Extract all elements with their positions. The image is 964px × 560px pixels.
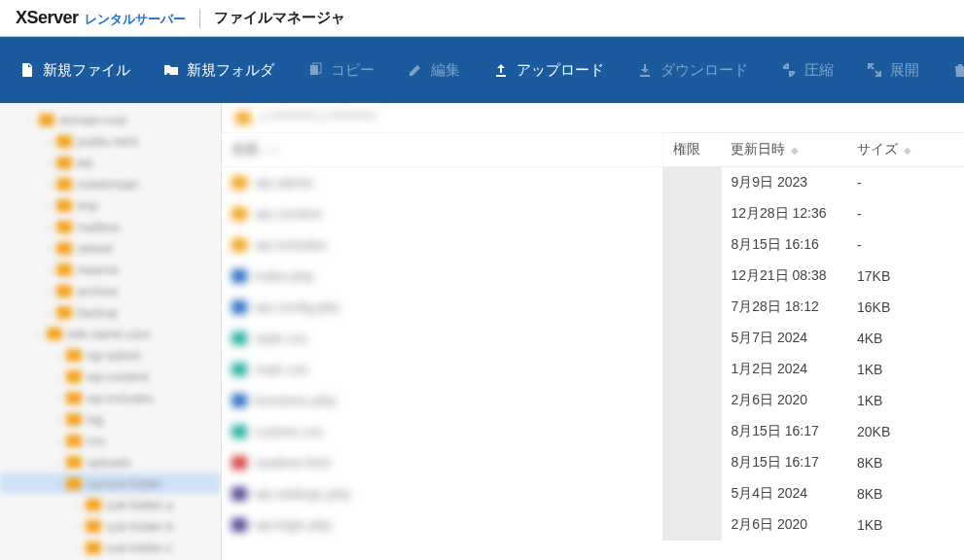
cell-size: 17KB — [847, 261, 964, 292]
delete-button[interactable]: 削除 — [952, 61, 964, 80]
table-row[interactable]: style.css5月7日 20244KB — [222, 323, 964, 354]
tree-toggle-icon[interactable]: – — [74, 521, 84, 532]
tree-item[interactable]: –wp-content — [0, 366, 221, 387]
table-row[interactable]: wp-login.php2月6日 20201KB — [222, 509, 964, 541]
tree-item[interactable]: –subdomain — [0, 173, 221, 194]
table-row[interactable]: wp-admin9月9日 2023- — [222, 167, 964, 199]
tree-item-label: domain-root — [59, 113, 126, 127]
new-file-button[interactable]: 新規ファイル — [19, 61, 130, 80]
cell-name[interactable]: readme.html — [222, 447, 662, 478]
tree-toggle-icon[interactable]: – — [54, 478, 64, 489]
tree-toggle-icon[interactable]: – — [45, 243, 54, 254]
cell-date: 12月28日 12:36 — [721, 198, 847, 229]
file-name-label: style.css — [255, 331, 307, 346]
tree-toggle-icon[interactable]: – — [45, 264, 54, 275]
tree-toggle-icon[interactable]: – — [45, 222, 54, 232]
content-panel: / ********* / ********* 名前▲▼ 権限 更新日時 ◆ サ… — [222, 103, 964, 560]
cell-date: 2月6日 2020 — [721, 385, 847, 416]
table-row[interactable]: wp-content12月28日 12:36- — [222, 198, 964, 229]
cell-date: 2月6日 2020 — [721, 509, 847, 541]
tree-item[interactable]: –tmp — [0, 194, 221, 216]
tree-item[interactable]: –sub-folder-b — [0, 515, 221, 537]
tree-item-label: reserve — [77, 262, 119, 277]
tree-toggle-icon[interactable]: – — [54, 414, 64, 425]
tree-item[interactable]: –current-folder — [0, 472, 221, 494]
cell-name[interactable]: wp-config.php — [222, 292, 662, 323]
folder-icon — [66, 392, 82, 404]
tree-toggle-icon[interactable]: – — [45, 307, 54, 318]
upload-button[interactable]: アップロード — [493, 61, 604, 80]
sort-icon: ▲▼ — [262, 145, 281, 156]
tree-toggle-icon[interactable]: – — [74, 542, 84, 553]
tree-item[interactable]: –wp-admin — [0, 344, 221, 366]
cell-name[interactable]: index.php — [222, 261, 662, 292]
table-row[interactable]: functions.php2月6日 20201KB — [222, 385, 964, 416]
download-button[interactable]: ダウンロード — [637, 61, 748, 80]
tree-toggle-icon[interactable]: – — [27, 115, 37, 125]
table-row[interactable]: index.php12月21日 08:3817KB — [222, 261, 964, 292]
cell-date: 8月15日 16:17 — [721, 447, 847, 478]
tree-item[interactable]: –uploads — [0, 451, 221, 472]
tree-toggle-icon[interactable]: – — [35, 329, 45, 339]
table-row[interactable]: wp-settings.php5月4日 20248KB — [222, 478, 964, 509]
table-row[interactable]: main.css1月2日 20241KB — [222, 354, 964, 385]
cell-name[interactable]: functions.php — [222, 385, 662, 416]
tree-toggle-icon[interactable]: – — [45, 200, 54, 211]
cell-name[interactable]: style.css — [222, 323, 662, 354]
tree-item[interactable]: –retired — [0, 237, 221, 259]
cell-name[interactable]: wp-admin — [222, 167, 662, 199]
tree-item[interactable]: –etc — [0, 152, 221, 173]
file-name-label: wp-login.php — [255, 517, 332, 533]
cell-name[interactable]: custom.css — [222, 416, 662, 447]
download-label: ダウンロード — [661, 61, 748, 80]
tree-item[interactable]: –site-name-com — [0, 323, 221, 344]
tree-toggle-icon[interactable]: – — [45, 286, 54, 297]
extract-button[interactable]: 展開 — [867, 61, 919, 80]
folder-icon — [86, 499, 101, 511]
table-header-row: 名前▲▼ 権限 更新日時 ◆ サイズ ◆ — [222, 133, 964, 167]
tree-item-label: etc — [77, 156, 93, 170]
table-row[interactable]: custom.css8月15日 16:1720KB — [222, 416, 964, 447]
table-row[interactable]: wp-includes8月15日 16:16- — [222, 229, 964, 261]
tree-item[interactable]: –domain-root — [0, 109, 221, 130]
col-header-size[interactable]: サイズ ◆ — [847, 133, 964, 167]
tree-toggle-icon[interactable]: – — [54, 436, 64, 446]
cell-name[interactable]: wp-content — [222, 198, 662, 229]
cell-name[interactable]: main.css — [222, 354, 662, 385]
tree-item[interactable]: –css — [0, 430, 221, 451]
tree-item[interactable]: –wp-includes — [0, 387, 221, 408]
tree-item[interactable]: –archive — [0, 280, 221, 301]
tree-toggle-icon[interactable]: – — [54, 457, 64, 468]
tree-toggle-icon[interactable]: – — [45, 136, 54, 147]
tree-item[interactable]: –mailbox — [0, 216, 221, 237]
tree-toggle-icon[interactable]: – — [45, 179, 54, 190]
col-header-name[interactable]: 名前▲▼ — [222, 133, 662, 167]
tree-item[interactable]: –public-html — [0, 130, 221, 152]
cell-name[interactable]: wp-settings.php — [222, 478, 662, 509]
tree-toggle-icon[interactable]: – — [74, 500, 84, 510]
tree-item[interactable]: –log — [0, 408, 221, 430]
folder-tree[interactable]: –domain-root–public-html–etc–subdomain–t… — [0, 103, 222, 560]
tree-toggle-icon[interactable]: – — [54, 393, 64, 403]
table-row[interactable]: wp-config.php7月28日 18:1216KB — [222, 292, 964, 323]
new-folder-button[interactable]: 新規フォルダ — [163, 61, 274, 80]
col-header-date[interactable]: 更新日時 ◆ — [721, 133, 847, 167]
copy-button[interactable]: コピー — [307, 61, 375, 80]
edit-button[interactable]: 編集 — [408, 61, 460, 80]
sort-icon: ◆ — [901, 145, 911, 156]
tree-toggle-icon[interactable]: – — [54, 371, 64, 382]
tree-toggle-icon[interactable]: – — [45, 158, 54, 168]
col-header-perm[interactable]: 権限 — [662, 133, 721, 167]
breadcrumb[interactable]: / ********* / ********* — [222, 103, 964, 132]
tree-item[interactable]: –sub-folder-c — [0, 537, 221, 558]
cell-name[interactable]: wp-includes — [222, 229, 662, 261]
tree-item[interactable]: –reserve — [0, 259, 221, 280]
file-type-icon — [232, 176, 247, 190]
tree-item[interactable]: –backup — [0, 301, 221, 323]
compress-button[interactable]: 圧縮 — [781, 61, 834, 80]
folder-icon — [56, 285, 72, 298]
tree-toggle-icon[interactable]: – — [54, 350, 64, 361]
cell-name[interactable]: wp-login.php — [222, 509, 662, 541]
table-row[interactable]: readme.html8月15日 16:178KB — [222, 447, 964, 478]
tree-item[interactable]: –sub-folder-a — [0, 494, 221, 515]
